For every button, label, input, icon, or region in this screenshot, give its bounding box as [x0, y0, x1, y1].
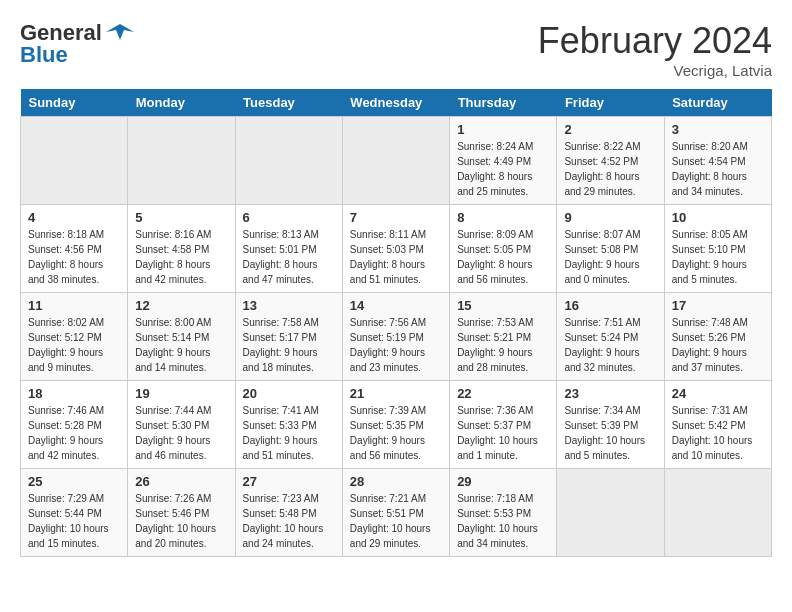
logo-blue-text: Blue	[20, 42, 68, 68]
calendar-day-cell: 14Sunrise: 7:56 AM Sunset: 5:19 PM Dayli…	[342, 293, 449, 381]
calendar-day-cell: 4Sunrise: 8:18 AM Sunset: 4:56 PM Daylig…	[21, 205, 128, 293]
column-header-thursday: Thursday	[450, 89, 557, 117]
day-info: Sunrise: 7:53 AM Sunset: 5:21 PM Dayligh…	[457, 315, 549, 375]
calendar-day-cell	[235, 117, 342, 205]
day-info: Sunrise: 7:18 AM Sunset: 5:53 PM Dayligh…	[457, 491, 549, 551]
calendar-day-cell: 7Sunrise: 8:11 AM Sunset: 5:03 PM Daylig…	[342, 205, 449, 293]
day-number: 26	[135, 474, 227, 489]
day-number: 12	[135, 298, 227, 313]
day-info: Sunrise: 7:44 AM Sunset: 5:30 PM Dayligh…	[135, 403, 227, 463]
logo: General Blue	[20, 20, 134, 68]
calendar-day-cell: 28Sunrise: 7:21 AM Sunset: 5:51 PM Dayli…	[342, 469, 449, 557]
calendar-day-cell: 15Sunrise: 7:53 AM Sunset: 5:21 PM Dayli…	[450, 293, 557, 381]
day-number: 29	[457, 474, 549, 489]
calendar-day-cell: 16Sunrise: 7:51 AM Sunset: 5:24 PM Dayli…	[557, 293, 664, 381]
day-info: Sunrise: 8:11 AM Sunset: 5:03 PM Dayligh…	[350, 227, 442, 287]
page-header: General Blue February 2024 Vecriga, Latv…	[20, 20, 772, 79]
day-number: 18	[28, 386, 120, 401]
day-info: Sunrise: 7:39 AM Sunset: 5:35 PM Dayligh…	[350, 403, 442, 463]
column-header-saturday: Saturday	[664, 89, 771, 117]
day-number: 27	[243, 474, 335, 489]
calendar-week-row: 1Sunrise: 8:24 AM Sunset: 4:49 PM Daylig…	[21, 117, 772, 205]
day-info: Sunrise: 8:24 AM Sunset: 4:49 PM Dayligh…	[457, 139, 549, 199]
calendar-week-row: 11Sunrise: 8:02 AM Sunset: 5:12 PM Dayli…	[21, 293, 772, 381]
day-info: Sunrise: 8:20 AM Sunset: 4:54 PM Dayligh…	[672, 139, 764, 199]
day-number: 24	[672, 386, 764, 401]
calendar-day-cell: 13Sunrise: 7:58 AM Sunset: 5:17 PM Dayli…	[235, 293, 342, 381]
calendar-day-cell	[557, 469, 664, 557]
calendar-day-cell: 27Sunrise: 7:23 AM Sunset: 5:48 PM Dayli…	[235, 469, 342, 557]
day-number: 3	[672, 122, 764, 137]
calendar-day-cell: 3Sunrise: 8:20 AM Sunset: 4:54 PM Daylig…	[664, 117, 771, 205]
day-number: 20	[243, 386, 335, 401]
day-info: Sunrise: 8:22 AM Sunset: 4:52 PM Dayligh…	[564, 139, 656, 199]
day-info: Sunrise: 8:13 AM Sunset: 5:01 PM Dayligh…	[243, 227, 335, 287]
day-info: Sunrise: 8:16 AM Sunset: 4:58 PM Dayligh…	[135, 227, 227, 287]
day-info: Sunrise: 8:02 AM Sunset: 5:12 PM Dayligh…	[28, 315, 120, 375]
day-number: 28	[350, 474, 442, 489]
day-info: Sunrise: 8:09 AM Sunset: 5:05 PM Dayligh…	[457, 227, 549, 287]
day-info: Sunrise: 8:07 AM Sunset: 5:08 PM Dayligh…	[564, 227, 656, 287]
day-number: 16	[564, 298, 656, 313]
calendar-day-cell: 26Sunrise: 7:26 AM Sunset: 5:46 PM Dayli…	[128, 469, 235, 557]
calendar-day-cell	[342, 117, 449, 205]
calendar-day-cell: 10Sunrise: 8:05 AM Sunset: 5:10 PM Dayli…	[664, 205, 771, 293]
calendar-day-cell: 19Sunrise: 7:44 AM Sunset: 5:30 PM Dayli…	[128, 381, 235, 469]
calendar-day-cell: 2Sunrise: 8:22 AM Sunset: 4:52 PM Daylig…	[557, 117, 664, 205]
calendar-day-cell: 6Sunrise: 8:13 AM Sunset: 5:01 PM Daylig…	[235, 205, 342, 293]
calendar-day-cell: 23Sunrise: 7:34 AM Sunset: 5:39 PM Dayli…	[557, 381, 664, 469]
day-number: 21	[350, 386, 442, 401]
day-number: 19	[135, 386, 227, 401]
day-number: 4	[28, 210, 120, 225]
calendar-header-row: SundayMondayTuesdayWednesdayThursdayFrid…	[21, 89, 772, 117]
column-header-tuesday: Tuesday	[235, 89, 342, 117]
day-info: Sunrise: 7:58 AM Sunset: 5:17 PM Dayligh…	[243, 315, 335, 375]
svg-marker-0	[106, 24, 134, 40]
day-info: Sunrise: 7:34 AM Sunset: 5:39 PM Dayligh…	[564, 403, 656, 463]
day-number: 10	[672, 210, 764, 225]
month-title: February 2024	[538, 20, 772, 62]
column-header-monday: Monday	[128, 89, 235, 117]
day-info: Sunrise: 7:48 AM Sunset: 5:26 PM Dayligh…	[672, 315, 764, 375]
calendar-day-cell: 18Sunrise: 7:46 AM Sunset: 5:28 PM Dayli…	[21, 381, 128, 469]
calendar-day-cell	[128, 117, 235, 205]
calendar-day-cell: 12Sunrise: 8:00 AM Sunset: 5:14 PM Dayli…	[128, 293, 235, 381]
calendar-day-cell: 9Sunrise: 8:07 AM Sunset: 5:08 PM Daylig…	[557, 205, 664, 293]
day-number: 15	[457, 298, 549, 313]
day-number: 13	[243, 298, 335, 313]
calendar-day-cell: 17Sunrise: 7:48 AM Sunset: 5:26 PM Dayli…	[664, 293, 771, 381]
column-header-friday: Friday	[557, 89, 664, 117]
day-number: 6	[243, 210, 335, 225]
day-info: Sunrise: 7:31 AM Sunset: 5:42 PM Dayligh…	[672, 403, 764, 463]
day-number: 17	[672, 298, 764, 313]
calendar-day-cell: 29Sunrise: 7:18 AM Sunset: 5:53 PM Dayli…	[450, 469, 557, 557]
day-info: Sunrise: 8:00 AM Sunset: 5:14 PM Dayligh…	[135, 315, 227, 375]
day-info: Sunrise: 7:21 AM Sunset: 5:51 PM Dayligh…	[350, 491, 442, 551]
calendar-day-cell: 11Sunrise: 8:02 AM Sunset: 5:12 PM Dayli…	[21, 293, 128, 381]
day-number: 9	[564, 210, 656, 225]
day-info: Sunrise: 7:23 AM Sunset: 5:48 PM Dayligh…	[243, 491, 335, 551]
calendar-week-row: 4Sunrise: 8:18 AM Sunset: 4:56 PM Daylig…	[21, 205, 772, 293]
day-info: Sunrise: 7:36 AM Sunset: 5:37 PM Dayligh…	[457, 403, 549, 463]
calendar-table: SundayMondayTuesdayWednesdayThursdayFrid…	[20, 89, 772, 557]
day-info: Sunrise: 8:05 AM Sunset: 5:10 PM Dayligh…	[672, 227, 764, 287]
logo-bird-icon	[106, 22, 134, 44]
day-info: Sunrise: 7:26 AM Sunset: 5:46 PM Dayligh…	[135, 491, 227, 551]
day-info: Sunrise: 8:18 AM Sunset: 4:56 PM Dayligh…	[28, 227, 120, 287]
calendar-week-row: 25Sunrise: 7:29 AM Sunset: 5:44 PM Dayli…	[21, 469, 772, 557]
day-number: 5	[135, 210, 227, 225]
day-number: 8	[457, 210, 549, 225]
day-number: 14	[350, 298, 442, 313]
day-number: 2	[564, 122, 656, 137]
title-area: February 2024 Vecriga, Latvia	[538, 20, 772, 79]
calendar-day-cell: 22Sunrise: 7:36 AM Sunset: 5:37 PM Dayli…	[450, 381, 557, 469]
calendar-week-row: 18Sunrise: 7:46 AM Sunset: 5:28 PM Dayli…	[21, 381, 772, 469]
calendar-day-cell: 25Sunrise: 7:29 AM Sunset: 5:44 PM Dayli…	[21, 469, 128, 557]
day-number: 11	[28, 298, 120, 313]
column-header-wednesday: Wednesday	[342, 89, 449, 117]
day-number: 22	[457, 386, 549, 401]
column-header-sunday: Sunday	[21, 89, 128, 117]
calendar-day-cell: 21Sunrise: 7:39 AM Sunset: 5:35 PM Dayli…	[342, 381, 449, 469]
day-number: 7	[350, 210, 442, 225]
day-number: 23	[564, 386, 656, 401]
